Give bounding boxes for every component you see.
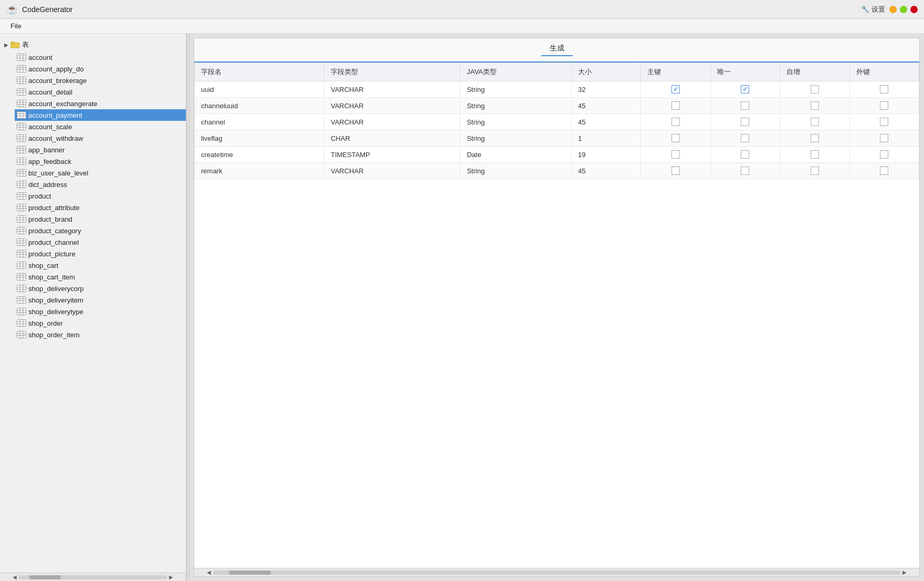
title-bar-left: ☕ CodeGenerator [6, 4, 73, 15]
tree-item[interactable]: shop_order_item [15, 329, 186, 340]
tree-item-label: shop_order [28, 319, 63, 327]
scroll-right-arrow[interactable]: ▶ [167, 573, 175, 582]
checkbox-cell [641, 147, 710, 163]
tree-item-label: account_payment [28, 111, 82, 119]
table-icon [17, 284, 26, 293]
tree-item[interactable]: account_brokerage [15, 75, 186, 86]
checkbox[interactable] [811, 134, 819, 142]
tree-root[interactable]: ▶ 表 [0, 38, 186, 51]
tree-items: account account_apply_do account_brokera… [0, 51, 186, 340]
checkbox[interactable] [741, 150, 749, 159]
checkbox[interactable] [880, 150, 888, 159]
tree-item-label: biz_user_sale_level [28, 169, 88, 177]
checkbox[interactable] [811, 118, 819, 126]
table-cell: channeluuid [195, 98, 324, 114]
svg-rect-37 [17, 135, 26, 142]
tree-item[interactable]: app_feedback [15, 155, 186, 167]
tree-item-label: account_apply_do [28, 65, 84, 73]
close-button[interactable] [910, 6, 918, 13]
tree-item[interactable]: shop_deliverycorp [15, 283, 186, 294]
tree-item[interactable]: dict_address [15, 179, 186, 190]
tree-item[interactable]: account_payment [15, 109, 186, 121]
checkbox-cell [710, 114, 780, 130]
tree-item[interactable]: product_channel [15, 236, 186, 248]
tree-item[interactable]: shop_cart [15, 260, 186, 271]
checkbox[interactable] [671, 167, 680, 175]
table-icon [17, 319, 26, 327]
checkbox[interactable] [671, 85, 680, 94]
checkbox[interactable] [811, 85, 819, 94]
checkbox[interactable] [671, 118, 680, 126]
table-cell: 45 [572, 114, 641, 130]
tree-item[interactable]: shop_order [15, 317, 186, 329]
checkbox[interactable] [741, 167, 749, 175]
tree-item[interactable]: product_picture [15, 248, 186, 260]
checkbox[interactable] [811, 101, 819, 110]
checkbox[interactable] [671, 134, 680, 142]
tree-item[interactable]: product_attribute [15, 202, 186, 213]
tree-item[interactable]: shop_deliveryitem [15, 294, 186, 306]
table-cell: String [460, 163, 572, 179]
tree-item[interactable]: account_withdraw [15, 132, 186, 144]
tree-container[interactable]: ▶ 表 account account [0, 34, 186, 573]
expand-arrow-icon: ▶ [4, 42, 8, 48]
tree-item[interactable]: shop_cart_item [15, 271, 186, 283]
tree-item-label: app_banner [28, 146, 65, 154]
left-scroll-bar[interactable]: ◀ ▶ [0, 573, 186, 581]
folder-icon [10, 40, 20, 49]
right-scroll-right-arrow[interactable]: ▶ [900, 568, 909, 577]
checkbox[interactable] [671, 101, 680, 110]
menu-file[interactable]: File [6, 21, 26, 31]
maximize-button[interactable] [900, 6, 907, 13]
checkbox[interactable] [741, 101, 749, 110]
table-icon [17, 250, 26, 258]
checkbox[interactable] [741, 85, 749, 94]
settings-button[interactable]: 🔧 设置 [861, 5, 885, 14]
right-scroll-left-arrow[interactable]: ◀ [205, 568, 213, 577]
svg-rect-72 [17, 216, 26, 223]
tree-item[interactable]: account [15, 51, 186, 63]
app-title: CodeGenerator [22, 5, 73, 14]
right-scroll-thumb[interactable] [229, 570, 271, 575]
tree-item[interactable]: account_apply_do [15, 63, 186, 75]
tree-item[interactable]: product_brand [15, 213, 186, 225]
tree-item-label: account_withdraw [28, 134, 83, 142]
tree-item-label: account_detail [28, 88, 72, 96]
tree-item[interactable]: shop_deliverytype [15, 306, 186, 317]
svg-rect-47 [17, 158, 26, 165]
checkbox[interactable] [741, 134, 749, 142]
table-column-header: JAVA类型 [460, 63, 572, 81]
checkbox-cell [849, 163, 919, 179]
checkbox-cell [780, 81, 849, 98]
checkbox[interactable] [880, 167, 888, 175]
minimize-button[interactable] [889, 6, 897, 13]
checkbox[interactable] [880, 101, 888, 110]
checkbox[interactable] [741, 118, 749, 126]
svg-rect-22 [17, 100, 26, 107]
tree-item[interactable]: account_detail [15, 86, 186, 98]
tree-item[interactable]: product [15, 190, 186, 202]
tree-item[interactable]: account_exchangerate [15, 98, 186, 109]
splitter[interactable] [186, 34, 190, 581]
checkbox[interactable] [811, 150, 819, 159]
checkbox[interactable] [880, 118, 888, 126]
right-panel-body[interactable]: 字段名字段类型JAVA类型大小主键唯一自增外键 uuidVARCHARStrin… [194, 63, 919, 568]
checkbox-cell [710, 147, 780, 163]
scroll-left-arrow[interactable]: ◀ [10, 573, 19, 582]
tree-item[interactable]: account_scale [15, 121, 186, 132]
right-scroll-bar[interactable]: ◀ ▶ [194, 568, 919, 576]
checkbox[interactable] [880, 134, 888, 142]
svg-rect-7 [17, 66, 26, 72]
table-cell: 45 [572, 163, 641, 179]
checkbox[interactable] [880, 85, 888, 94]
checkbox[interactable] [811, 167, 819, 175]
table-icon [17, 226, 26, 235]
checkbox-cell [710, 81, 780, 98]
tree-item[interactable]: biz_user_sale_level [15, 167, 186, 179]
checkbox[interactable] [671, 150, 680, 159]
table-cell: liveflag [195, 130, 324, 147]
tree-item[interactable]: app_banner [15, 144, 186, 155]
scroll-thumb[interactable] [29, 575, 61, 579]
checkbox-cell [641, 130, 710, 147]
tree-item[interactable]: product_category [15, 225, 186, 236]
